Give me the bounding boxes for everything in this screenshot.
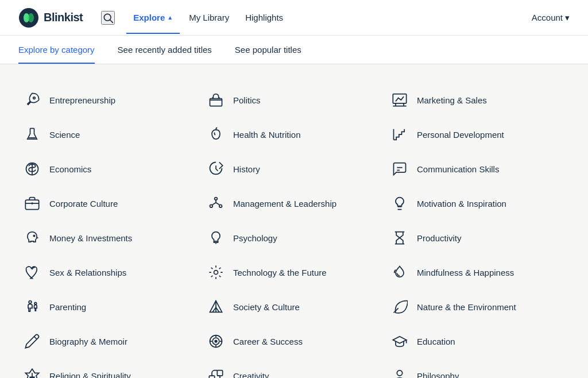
- category-personal-development[interactable]: Personal Development: [386, 117, 570, 152]
- category-psychology[interactable]: Psychology: [202, 221, 386, 255]
- sub-header-divider: [0, 64, 588, 64]
- svg-point-22: [215, 340, 217, 342]
- piggybank-icon: [23, 229, 41, 247]
- apple-icon: [207, 125, 225, 144]
- blinkist-logo-icon: [18, 7, 39, 28]
- category-management-leadership[interactable]: Management & Leadership: [202, 186, 386, 221]
- category-society-culture[interactable]: Society & Culture: [202, 290, 386, 324]
- svg-rect-8: [25, 200, 38, 209]
- categories-grid: Entrepreneurship Science Economics Corpo…: [18, 83, 570, 378]
- science-icon: [23, 125, 41, 144]
- category-biography-memoir[interactable]: Biography & Memoir: [18, 324, 202, 358]
- graduation-icon: [390, 332, 409, 350]
- rocket-icon: [23, 91, 41, 109]
- category-science[interactable]: Science: [18, 117, 202, 152]
- main-header: Blinkist Explore ▲ My Library Highlights…: [0, 0, 588, 36]
- category-creativity[interactable]: Creativity: [202, 358, 386, 378]
- technology-icon: [207, 263, 225, 281]
- svg-point-11: [29, 301, 32, 304]
- category-motivation-inspiration[interactable]: Motivation & Inspiration: [386, 186, 570, 221]
- main-nav: Explore ▲ My Library Highlights: [126, 1, 532, 34]
- svg-rect-24: [217, 371, 222, 376]
- account-button[interactable]: Account ▾: [532, 13, 570, 23]
- account-caret: ▾: [565, 13, 570, 23]
- category-politics[interactable]: Politics: [202, 83, 386, 117]
- parenting-icon: [23, 298, 41, 316]
- svg-line-4: [110, 20, 113, 22]
- svg-rect-23: [209, 376, 214, 378]
- category-education[interactable]: Education: [386, 324, 570, 358]
- psychology-icon: [207, 229, 225, 247]
- nav-my-library[interactable]: My Library: [182, 1, 236, 34]
- stairs-icon: [390, 125, 409, 144]
- category-money-investments[interactable]: Money & Investments: [18, 221, 202, 255]
- category-communication-skills[interactable]: Communication Skills: [386, 152, 570, 186]
- category-technology-future[interactable]: Technology & the Future: [202, 255, 386, 290]
- logo-text: Blinkist: [44, 11, 83, 24]
- bulb-icon: [390, 194, 409, 213]
- category-nature-environment[interactable]: Nature & the Environment: [386, 290, 570, 324]
- category-col-3: Marketing & Sales Personal Development C…: [386, 83, 570, 378]
- management-icon: [207, 194, 225, 213]
- category-subnav: Explore by category See recently added t…: [18, 45, 570, 64]
- subnav-recently-added[interactable]: See recently added titles: [118, 45, 212, 64]
- leaf-icon: [390, 298, 409, 316]
- briefcase-icon: [23, 194, 41, 213]
- category-marketing-sales[interactable]: Marketing & Sales: [386, 83, 570, 117]
- svg-point-5: [33, 97, 36, 99]
- target-icon: [207, 332, 225, 350]
- sub-header: Explore by category See recently added t…: [0, 36, 588, 64]
- category-economics[interactable]: Economics: [18, 152, 202, 186]
- history-icon: [207, 160, 225, 178]
- svg-point-30: [397, 371, 402, 376]
- creativity-icon: [207, 367, 225, 378]
- category-col-1: Entrepreneurship Science Economics Corpo…: [18, 83, 202, 378]
- category-sex-relationships[interactable]: Sex & Relationships: [18, 255, 202, 290]
- logo[interactable]: Blinkist: [18, 7, 83, 28]
- category-mindfulness-happiness[interactable]: Mindfulness & Happiness: [386, 255, 570, 290]
- pen-icon: [23, 332, 41, 350]
- hourglass-icon: [390, 229, 409, 247]
- economics-icon: [23, 160, 41, 178]
- category-entrepreneurship[interactable]: Entrepreneurship: [18, 83, 202, 117]
- search-button[interactable]: [101, 11, 115, 25]
- explore-caret: ▲: [167, 14, 173, 21]
- tent-icon: [207, 298, 225, 316]
- category-philosophy[interactable]: Philosophy: [386, 358, 570, 378]
- main-content: Entrepreneurship Science Economics Corpo…: [0, 69, 588, 378]
- svg-point-19: [214, 271, 218, 275]
- svg-point-16: [215, 198, 218, 200]
- category-history[interactable]: History: [202, 152, 386, 186]
- category-corporate-culture[interactable]: Corporate Culture: [18, 186, 202, 221]
- svg-point-17: [210, 205, 213, 207]
- religion-icon: [23, 367, 41, 378]
- category-productivity[interactable]: Productivity: [386, 221, 570, 255]
- nav-explore[interactable]: Explore ▲: [126, 1, 180, 34]
- category-parenting[interactable]: Parenting: [18, 290, 202, 324]
- heart-icon: [23, 263, 41, 281]
- svg-point-10: [33, 235, 34, 236]
- svg-point-2: [28, 13, 34, 22]
- subnav-explore-by-category[interactable]: Explore by category: [18, 45, 95, 64]
- politics-icon: [207, 91, 225, 109]
- subnav-popular-titles[interactable]: See popular titles: [235, 45, 301, 64]
- category-health-nutrition[interactable]: Health & Nutrition: [202, 117, 386, 152]
- category-religion-spirituality[interactable]: Religion & Spirituality: [18, 358, 202, 378]
- svg-point-12: [34, 302, 37, 304]
- nav-highlights[interactable]: Highlights: [238, 1, 290, 34]
- philosophy-icon: [390, 367, 409, 378]
- chart-icon: [390, 91, 409, 109]
- svg-point-18: [219, 205, 222, 207]
- category-col-2: Politics Health & Nutrition History Mana…: [202, 83, 386, 378]
- speech-icon: [390, 160, 409, 178]
- category-career-success[interactable]: Career & Success: [202, 324, 386, 358]
- mindfulness-icon: [390, 263, 409, 281]
